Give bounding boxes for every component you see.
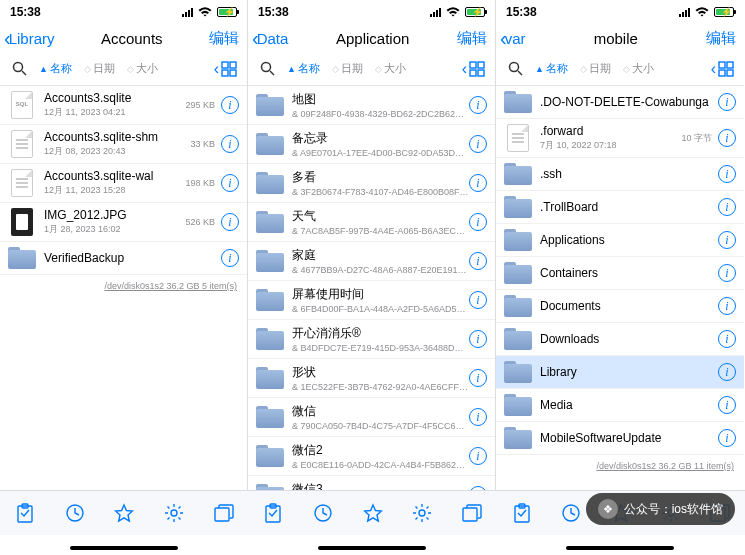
file-row[interactable]: IMG_2012.JPG 1月 28, 2023 16:02 526 KB i [0, 203, 247, 242]
star-icon[interactable] [99, 503, 149, 523]
sort-by-name[interactable]: ▲名称 [281, 61, 326, 76]
history-icon[interactable] [298, 503, 348, 523]
view-toggle[interactable]: ‹ [707, 60, 738, 78]
sort-by-size[interactable]: ◇大小 [121, 61, 164, 76]
sort-by-name[interactable]: ▲名称 [33, 61, 78, 76]
file-row[interactable]: Accounts3.sqlite-wal 12月 11, 2023 15:28 … [0, 164, 247, 203]
file-name: 开心消消乐® [292, 325, 469, 342]
edit-button[interactable]: 编辑 [457, 29, 487, 48]
search-icon[interactable] [254, 61, 281, 76]
info-icon[interactable]: i [718, 363, 736, 381]
folder-icon [256, 367, 284, 389]
svg-rect-8 [470, 62, 476, 68]
info-icon[interactable]: i [718, 231, 736, 249]
windows-icon[interactable] [447, 504, 497, 522]
file-row[interactable]: Library i [496, 356, 744, 389]
info-icon[interactable]: i [469, 213, 487, 231]
file-row[interactable]: MobileSoftwareUpdate i [496, 422, 744, 455]
file-subtitle: & A9E0701A-17EE-4D00-BC92-0DA53DDD… [292, 148, 469, 158]
sort-by-name[interactable]: ▲名称 [529, 61, 574, 76]
search-icon[interactable] [502, 61, 529, 76]
file-row[interactable]: .TrollBoard i [496, 191, 744, 224]
view-toggle[interactable]: ‹ [458, 60, 489, 78]
file-name: Applications [540, 233, 718, 247]
file-row[interactable]: .DO-NOT-DELETE-Cowabunga i [496, 86, 744, 119]
info-icon[interactable]: i [469, 447, 487, 465]
info-icon[interactable]: i [718, 429, 736, 447]
edit-button[interactable]: 编辑 [209, 29, 239, 48]
back-button[interactable]: ‹ Library [4, 28, 55, 48]
clipboard-icon[interactable] [497, 503, 547, 523]
file-row[interactable]: 多看 & 3F2B0674-F783-4107-AD46-E800B08F7… … [248, 164, 495, 203]
info-icon[interactable]: i [469, 291, 487, 309]
disk-stats[interactable]: /dev/disk0s1s2 36.2 GB 11 item(s) [496, 455, 744, 477]
star-icon[interactable] [348, 503, 398, 523]
file-row[interactable]: Applications i [496, 224, 744, 257]
file-row[interactable]: 开心消消乐® & B4DFDC7E-E719-415D-953A-36488DC… [248, 320, 495, 359]
info-icon[interactable]: i [718, 93, 736, 111]
disk-stats[interactable]: /dev/disk0s1s2 36.2 GB 5 item(s) [0, 275, 247, 297]
view-toggle[interactable]: ‹ [210, 60, 241, 78]
file-row[interactable]: 微信2 & E0C8E116-0ADD-42CA-A4B4-F5B86275… … [248, 437, 495, 476]
info-icon[interactable]: i [718, 165, 736, 183]
file-row[interactable]: Media i [496, 389, 744, 422]
back-button[interactable]: ‹ var [500, 28, 526, 48]
gear-icon[interactable] [149, 503, 199, 523]
file-row[interactable]: .ssh i [496, 158, 744, 191]
windows-icon[interactable] [199, 504, 249, 522]
file-row[interactable]: 天气 & 7AC8AB5F-997B-4A4E-A065-B6A3EC8E… i [248, 203, 495, 242]
edit-button[interactable]: 编辑 [706, 29, 736, 48]
file-subtitle: & B4DFDC7E-E719-415D-953A-36488DCE… [292, 343, 469, 353]
info-icon[interactable]: i [221, 96, 239, 114]
gear-icon[interactable] [397, 503, 447, 523]
info-icon[interactable]: i [221, 249, 239, 267]
file-row[interactable]: Accounts3.sqlite-shm 12月 08, 2023 20:43 … [0, 125, 247, 164]
clipboard-icon[interactable] [0, 503, 50, 523]
file-row[interactable]: Containers i [496, 257, 744, 290]
battery-icon: ⚡ [465, 7, 485, 17]
info-icon[interactable]: i [718, 297, 736, 315]
file-row[interactable]: 微信3 & EF7BA4BC-F8D3-49D1-8BA9-AC8C4CF… i [248, 476, 495, 490]
file-size: 295 KB [179, 100, 221, 110]
sort-by-size[interactable]: ◇大小 [369, 61, 412, 76]
svg-point-28 [419, 510, 425, 516]
file-row[interactable]: Accounts3.sqlite 12月 11, 2023 04:21 295 … [0, 86, 247, 125]
file-row[interactable]: 屏幕使用时间 & 6FB4D00F-BA1A-448A-A2FD-5A6AD5B… [248, 281, 495, 320]
clipboard-icon[interactable] [248, 503, 298, 523]
sort-by-date[interactable]: ◇日期 [78, 61, 121, 76]
file-row[interactable]: VerifiedBackup i [0, 242, 247, 275]
file-row[interactable]: 备忘录 & A9E0701A-17EE-4D00-BC92-0DA53DDD… … [248, 125, 495, 164]
svg-rect-17 [727, 70, 733, 76]
history-icon[interactable] [50, 503, 100, 523]
sort-by-date[interactable]: ◇日期 [574, 61, 617, 76]
file-row[interactable]: 地图 & 09F248F0-4938-4329-BD62-2DC2B62A6… … [248, 86, 495, 125]
info-icon[interactable]: i [469, 174, 487, 192]
file-row[interactable]: 微信 & 790CA050-7B4D-4C75-A7DF-4F5CC6BF… i [248, 398, 495, 437]
file-name: VerifiedBackup [44, 251, 221, 265]
back-button[interactable]: ‹ Data [252, 28, 288, 48]
file-list: .DO-NOT-DELETE-Cowabunga i .forward 7月 1… [496, 86, 744, 490]
info-icon[interactable]: i [469, 330, 487, 348]
info-icon[interactable]: i [221, 135, 239, 153]
info-icon[interactable]: i [469, 252, 487, 270]
sort-by-size[interactable]: ◇大小 [617, 61, 660, 76]
file-row[interactable]: .forward 7月 10, 2022 07:18 10 字节 i [496, 119, 744, 158]
info-icon[interactable]: i [718, 264, 736, 282]
search-icon[interactable] [6, 61, 33, 76]
file-pane: 15:38 ⚡ ‹ Data Application 编辑 ▲名称 ◇日期 ◇大… [248, 0, 496, 490]
info-icon[interactable]: i [469, 135, 487, 153]
info-icon[interactable]: i [718, 129, 736, 147]
file-row[interactable]: 家庭 & 4677BB9A-D27C-48A6-A887-E20E191E2… … [248, 242, 495, 281]
info-icon[interactable]: i [718, 330, 736, 348]
file-row[interactable]: Downloads i [496, 323, 744, 356]
info-icon[interactable]: i [221, 174, 239, 192]
info-icon[interactable]: i [469, 96, 487, 114]
info-icon[interactable]: i [469, 408, 487, 426]
info-icon[interactable]: i [221, 213, 239, 231]
info-icon[interactable]: i [718, 396, 736, 414]
info-icon[interactable]: i [718, 198, 736, 216]
info-icon[interactable]: i [469, 369, 487, 387]
file-row[interactable]: Documents i [496, 290, 744, 323]
file-row[interactable]: 形状 & 1EC522FE-3B7B-4762-92A0-4AE6CFFF8… … [248, 359, 495, 398]
sort-by-date[interactable]: ◇日期 [326, 61, 369, 76]
